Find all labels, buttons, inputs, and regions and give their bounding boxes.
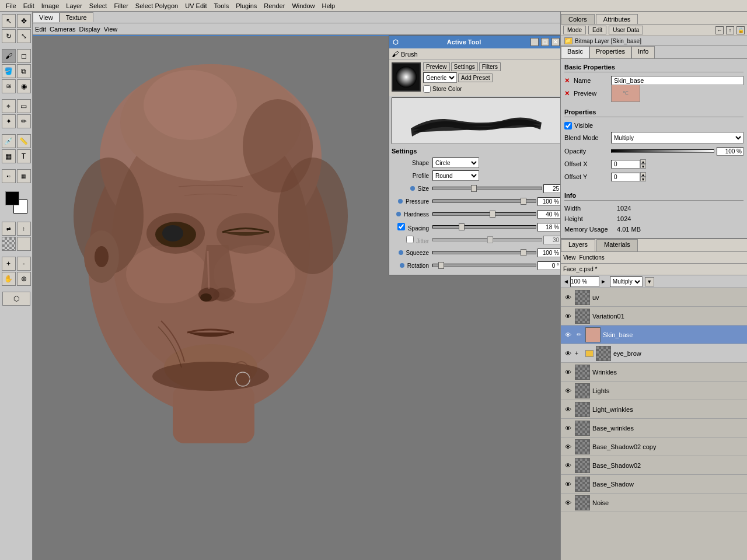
tool-text[interactable]: T bbox=[17, 149, 31, 163]
size-slider[interactable] bbox=[432, 187, 542, 190]
layer-eye-icon[interactable]: 👁 bbox=[563, 293, 573, 302]
pressure-value[interactable] bbox=[537, 197, 560, 206]
layer-fold-icon[interactable]: + bbox=[575, 350, 583, 356]
tool-smear[interactable]: ≋ bbox=[2, 79, 16, 93]
tool-rect-select[interactable]: ▭ bbox=[17, 99, 31, 113]
tool-blur[interactable]: ◉ bbox=[17, 79, 31, 93]
layer-item[interactable]: 👁Noise bbox=[561, 494, 747, 512]
basic-tab[interactable]: Basic bbox=[561, 46, 589, 58]
tool-move[interactable]: ✥ bbox=[17, 14, 31, 28]
dialog-maximize[interactable]: □ bbox=[541, 38, 549, 46]
layer-item[interactable]: 👁Wrinkles bbox=[561, 363, 747, 382]
menu-help[interactable]: Help bbox=[319, 1, 339, 10]
layer-item[interactable]: 👁+eye_brow bbox=[561, 344, 747, 363]
tool-eyedropper[interactable]: 💉 bbox=[2, 134, 16, 148]
tool-eraser[interactable]: ◻ bbox=[17, 49, 31, 63]
offsetx-up[interactable]: ▲ bbox=[640, 159, 646, 164]
offsety-input[interactable] bbox=[611, 173, 640, 181]
layer-eye-icon[interactable]: 👁 bbox=[563, 386, 573, 396]
settings-button[interactable]: Settings bbox=[451, 62, 478, 71]
offsety-up[interactable]: ▲ bbox=[640, 172, 646, 177]
attrs-lock-btn[interactable]: 🔒 bbox=[736, 26, 745, 34]
tool-zoom-in[interactable]: + bbox=[2, 257, 16, 271]
menu-uv-edit[interactable]: UV Edit bbox=[181, 1, 210, 10]
tool-magic-wand[interactable]: ✦ bbox=[2, 114, 16, 128]
properties-tab[interactable]: Properties bbox=[589, 46, 631, 58]
layers-tab[interactable]: Layers bbox=[561, 239, 595, 251]
size-value[interactable] bbox=[543, 184, 560, 193]
layer-eye-icon[interactable]: 👁 bbox=[563, 442, 573, 452]
tool-clone[interactable]: ⧉ bbox=[17, 64, 31, 78]
layer-item[interactable]: 👁Base_wrinkles bbox=[561, 419, 747, 438]
layers-scroll-left[interactable]: ◄ bbox=[563, 278, 569, 285]
menu-filter[interactable]: Filter bbox=[110, 1, 131, 10]
attrs-back-btn[interactable]: ← bbox=[715, 26, 724, 34]
layer-eye-icon[interactable]: 👁 bbox=[563, 330, 573, 340]
viewport-tab-texture[interactable]: Texture bbox=[60, 12, 93, 22]
layer-item[interactable]: 👁Lights bbox=[561, 382, 747, 400]
tool-grid[interactable]: ▦ bbox=[17, 169, 31, 183]
tool-paint[interactable]: 🪣 bbox=[2, 64, 16, 78]
attrs-up-btn[interactable]: ↑ bbox=[726, 26, 734, 34]
layers-opacity-input[interactable] bbox=[570, 276, 599, 287]
tool-grid-2[interactable] bbox=[17, 237, 31, 251]
edit-button[interactable]: Edit bbox=[588, 26, 606, 34]
layer-item[interactable]: 👁Base_Shadow02 bbox=[561, 456, 747, 475]
tool-mirror[interactable]: ↕ bbox=[17, 222, 31, 236]
layer-item[interactable]: 👁Light_wrinkles bbox=[561, 400, 747, 419]
layer-item[interactable]: 👁uv bbox=[561, 288, 747, 307]
preview-swatch[interactable]: ℃ bbox=[611, 85, 640, 102]
tool-lasso[interactable]: ⌖ bbox=[2, 99, 16, 113]
layer-eye-icon[interactable]: 👁 bbox=[563, 312, 573, 321]
attributes-tab[interactable]: Attributes bbox=[596, 14, 638, 24]
layers-scroll-right[interactable]: ► bbox=[601, 278, 606, 285]
viewport-subtab-edit[interactable]: Edit bbox=[35, 26, 46, 33]
spacing-checkbox[interactable] bbox=[397, 223, 405, 230]
menu-edit[interactable]: Edit bbox=[20, 1, 38, 10]
tool-hand[interactable]: ✋ bbox=[2, 272, 16, 286]
rotation-value[interactable] bbox=[537, 261, 560, 270]
menu-select[interactable]: Select bbox=[86, 1, 111, 10]
layer-item[interactable]: 👁Base_Shadow02 copy bbox=[561, 438, 747, 456]
dialog-minimize[interactable]: _ bbox=[530, 38, 539, 46]
materials-tab[interactable]: Materials bbox=[596, 239, 638, 251]
layer-eye-icon[interactable]: 👁 bbox=[563, 368, 573, 377]
viewport-subtab-view[interactable]: View bbox=[104, 26, 118, 33]
menu-window[interactable]: Window bbox=[288, 1, 318, 10]
hardness-value[interactable] bbox=[537, 210, 560, 219]
tool-scale[interactable]: ⤡ bbox=[17, 29, 31, 43]
tool-brush[interactable]: 🖌 bbox=[2, 49, 16, 63]
menu-tools[interactable]: Tools bbox=[211, 1, 233, 10]
layer-eye-icon[interactable]: 👁 bbox=[563, 424, 573, 433]
layer-item[interactable]: 👁Base_Shadow bbox=[561, 475, 747, 494]
viewport-tab-view[interactable]: View bbox=[33, 12, 60, 22]
menu-plugins[interactable]: Plugins bbox=[232, 1, 260, 10]
tool-checker-2[interactable] bbox=[2, 237, 16, 251]
offsetx-down[interactable]: ▼ bbox=[640, 164, 646, 169]
menu-image[interactable]: Image bbox=[38, 1, 63, 10]
foreground-color[interactable] bbox=[5, 191, 19, 205]
user-data-button[interactable]: User Data bbox=[609, 26, 643, 34]
tool-rotate[interactable]: ↻ bbox=[2, 29, 16, 43]
layers-scroll-down[interactable]: ▼ bbox=[645, 277, 654, 286]
layer-item[interactable]: 👁✏Skin_base bbox=[561, 326, 747, 344]
colors-tab[interactable]: Colors bbox=[561, 14, 595, 24]
jitter-checkbox[interactable] bbox=[406, 236, 414, 243]
opacity-slider[interactable] bbox=[611, 149, 714, 153]
tool-select[interactable]: ↖ bbox=[2, 14, 16, 28]
menu-select-polygon[interactable]: Select Polygon bbox=[132, 1, 181, 10]
layers-blend-select[interactable]: Multiply bbox=[610, 276, 643, 287]
active-tool-titlebar[interactable]: ⬡ Active Tool _ □ ✕ bbox=[389, 36, 560, 48]
offsetx-input[interactable] bbox=[611, 160, 640, 169]
tool-sym[interactable]: ⇄ bbox=[2, 222, 16, 236]
tool-measure[interactable]: 📏 bbox=[17, 134, 31, 148]
filters-button[interactable]: Filters bbox=[479, 62, 501, 71]
spacing-value[interactable] bbox=[537, 223, 560, 232]
add-preset-button[interactable]: Add Preset bbox=[458, 74, 493, 82]
layer-item[interactable]: 👁Variation01 bbox=[561, 307, 747, 326]
view-btn[interactable]: View bbox=[563, 254, 576, 261]
dialog-close[interactable]: ✕ bbox=[551, 38, 560, 46]
pressure-slider[interactable] bbox=[432, 200, 536, 203]
visible-checkbox[interactable] bbox=[564, 122, 572, 130]
profile-select[interactable]: Round bbox=[432, 170, 479, 181]
